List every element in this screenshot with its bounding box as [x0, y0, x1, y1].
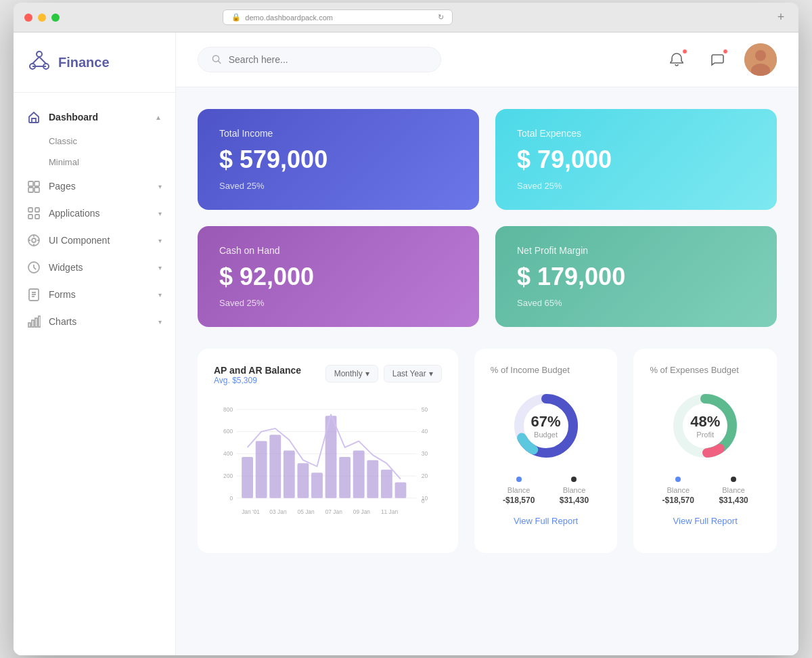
- svg-text:40: 40: [422, 428, 428, 435]
- total-income-sub: Saved 25%: [219, 181, 457, 191]
- sidebar-item-minimal[interactable]: Minimal: [14, 152, 175, 173]
- stat-card-total-income: Total Income $ 579,000 Saved 25%: [198, 109, 479, 210]
- svg-rect-44: [269, 435, 281, 498]
- header-actions: [663, 43, 777, 76]
- svg-rect-43: [256, 441, 267, 498]
- sidebar: Finance Dashboard ▲ Classic Minimal: [14, 32, 176, 655]
- bar-chart-title: AP and AR Balance: [214, 365, 301, 376]
- sidebar-item-applications[interactable]: Applications ▾: [14, 200, 175, 227]
- avatar[interactable]: [744, 43, 777, 76]
- income-legend: Blance -$18,570 Blance $31,430: [491, 477, 602, 505]
- dashboard-label: Dashboard: [49, 112, 98, 123]
- expenses-legend-dot-2: [731, 477, 736, 482]
- expenses-label: Profit: [690, 431, 720, 439]
- profit-sub: Saved 65%: [517, 298, 755, 308]
- svg-text:Jan '01: Jan '01: [242, 508, 260, 515]
- logo-icon: [27, 49, 51, 76]
- legend-item-1: Blance -$18,570: [503, 477, 535, 505]
- reload-icon[interactable]: ↻: [438, 13, 444, 22]
- minimize-dot[interactable]: [38, 14, 46, 22]
- legend-name-1: Blance: [508, 486, 531, 494]
- expenses-view-report[interactable]: View Full Report: [650, 516, 761, 526]
- expenses-budget-chart: % of Expenses Budget 48% Pro: [633, 349, 777, 553]
- message-badge: [723, 49, 728, 54]
- svg-rect-18: [28, 323, 30, 327]
- charts-label: Charts: [49, 316, 76, 327]
- svg-text:11 Jan: 11 Jan: [381, 508, 399, 515]
- new-tab-button[interactable]: +: [774, 11, 788, 24]
- legend-item-2: Blance $31,430: [560, 477, 589, 505]
- chat-icon: [710, 52, 725, 67]
- svg-rect-7: [35, 181, 39, 186]
- bar-chart-subtitle: Avg. $5,309: [214, 376, 301, 385]
- pages-label: Pages: [49, 181, 76, 192]
- svg-text:03 Jan: 03 Jan: [269, 508, 287, 515]
- svg-rect-53: [395, 482, 407, 498]
- expenses-legend: Blance -$18,570 Blance $31,430: [650, 477, 761, 505]
- svg-point-15: [32, 238, 36, 242]
- svg-text:50: 50: [422, 406, 428, 413]
- income-view-report[interactable]: View Full Report: [491, 516, 602, 526]
- search-input[interactable]: [229, 54, 427, 65]
- search-bar[interactable]: [198, 47, 441, 72]
- svg-line-3: [32, 57, 39, 64]
- cash-title: Cash on Hand: [219, 245, 457, 256]
- filter-monthly[interactable]: Monthly ▾: [325, 365, 378, 382]
- legend-dot-2: [571, 477, 577, 482]
- chevron-up-icon: ▲: [155, 114, 162, 121]
- notification-button[interactable]: [663, 46, 690, 73]
- stat-card-profit: Net Profit Margin $ 179,000 Saved 65%: [495, 226, 777, 327]
- chevron-down-icon: ▾: [158, 237, 162, 244]
- svg-rect-21: [39, 316, 41, 327]
- close-dot[interactable]: [24, 14, 32, 22]
- sidebar-item-dashboard[interactable]: Dashboard ▲: [14, 104, 175, 131]
- svg-rect-19: [32, 320, 34, 327]
- sidebar-item-classic[interactable]: Classic: [14, 131, 175, 152]
- apps-icon: [27, 206, 41, 220]
- filter-year[interactable]: Last Year ▾: [384, 365, 442, 382]
- bell-icon: [669, 52, 684, 67]
- svg-point-0: [37, 51, 42, 57]
- sidebar-item-pages[interactable]: Pages ▾: [14, 173, 175, 200]
- stats-grid: Total Income $ 579,000 Saved 25% Total E…: [198, 109, 777, 327]
- message-button[interactable]: [704, 46, 731, 73]
- svg-rect-46: [297, 463, 309, 498]
- cash-sub: Saved 25%: [219, 298, 457, 308]
- app-container: Finance Dashboard ▲ Classic Minimal: [14, 32, 798, 655]
- chevron-down-icon: ▾: [158, 318, 162, 326]
- expenses-legend-val-1: -$18,570: [662, 496, 694, 505]
- chevron-down-icon: ▾: [365, 369, 369, 378]
- svg-text:05 Jan: 05 Jan: [297, 508, 315, 515]
- total-expenses-sub: Saved 25%: [517, 181, 755, 191]
- total-income-title: Total Income: [219, 128, 457, 139]
- bar-chart-header: AP and AR Balance Avg. $5,309 Monthly ▾ …: [214, 365, 442, 396]
- dashboard-body: Total Income $ 579,000 Saved 25% Total E…: [176, 87, 798, 655]
- sidebar-nav: Dashboard ▲ Classic Minimal P: [14, 93, 175, 346]
- svg-rect-6: [28, 181, 33, 186]
- cash-value: $ 92,000: [219, 263, 457, 291]
- legend-dot-1: [516, 477, 522, 482]
- expenses-legend-item-1: Blance -$18,570: [662, 477, 694, 505]
- maximize-dot[interactable]: [51, 14, 60, 22]
- svg-text:600: 600: [223, 428, 233, 435]
- total-expenses-title: Total Expences: [517, 128, 755, 139]
- browser-window: 🔒 demo.dashboardpack.com ↻ +: [14, 3, 798, 655]
- expenses-legend-name-1: Blance: [667, 486, 690, 494]
- sidebar-item-charts[interactable]: Charts ▾: [14, 308, 175, 335]
- form-icon: [27, 288, 41, 301]
- chevron-down-icon: ▾: [429, 369, 433, 378]
- sidebar-item-widgets[interactable]: Widgets ▾: [14, 254, 175, 281]
- sidebar-item-ui-component[interactable]: UI Component ▾: [14, 227, 175, 254]
- expenses-donut-center: 48% Profit: [690, 413, 720, 439]
- legend-name-2: Blance: [563, 486, 586, 494]
- sidebar-item-forms[interactable]: Forms ▾: [14, 281, 175, 308]
- main-content: Total Income $ 579,000 Saved 25% Total E…: [176, 32, 798, 655]
- bar-chart-card: AP and AR Balance Avg. $5,309 Monthly ▾ …: [198, 349, 458, 553]
- applications-label: Applications: [49, 208, 100, 219]
- url-bar[interactable]: 🔒 demo.dashboardpack.com ↻: [223, 9, 453, 25]
- chevron-down-icon: ▾: [158, 291, 162, 299]
- svg-text:0: 0: [422, 498, 425, 504]
- forms-label: Forms: [49, 289, 76, 300]
- ui-icon: [27, 234, 41, 247]
- svg-rect-20: [35, 318, 37, 327]
